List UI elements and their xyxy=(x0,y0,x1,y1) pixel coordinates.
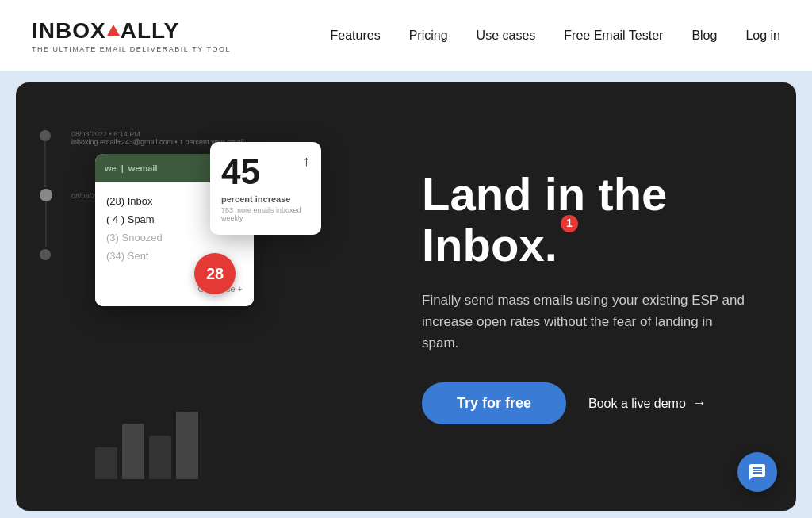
hero-headline: Land in the Inbox. 1 xyxy=(422,169,749,271)
bar-4 xyxy=(176,412,198,479)
book-demo-label: Book a live demo xyxy=(588,397,686,411)
nav-features[interactable]: Features xyxy=(331,29,381,43)
stats-label: percent increase xyxy=(221,194,310,204)
bar-chart xyxy=(95,412,198,479)
arrow-right-icon: → xyxy=(692,395,707,412)
logo-inbox: INBOX xyxy=(32,18,106,44)
try-for-free-button[interactable]: Try for free xyxy=(422,382,566,424)
bar-2 xyxy=(122,424,144,479)
logo-tagline: THE ULTIMATE EMAIL DELIVERABILITY TOOL xyxy=(32,45,231,53)
arrow-up-icon: ↑ xyxy=(303,153,310,170)
logo[interactable]: INBOX ALLY xyxy=(32,18,231,44)
stats-card: ↑ 45 percent increase 783 more emails in… xyxy=(210,142,321,235)
headline-line1: Land in the xyxy=(422,168,667,220)
headline-line2: Inbox. 1 xyxy=(422,220,578,271)
inbox-word: Inbox. xyxy=(422,220,557,271)
hero-right: Land in the Inbox. 1 Finally send mass e… xyxy=(406,137,796,456)
chat-icon xyxy=(748,462,767,482)
email-date-1: 08/03/2022 • 6:14 PM xyxy=(71,130,244,138)
timeline-dot-2 xyxy=(40,189,52,201)
brand-we: we xyxy=(105,163,117,173)
nav-blog[interactable]: Blog xyxy=(691,29,717,43)
logo-ally: ALLY xyxy=(121,18,180,44)
logo-area: INBOX ALLY THE ULTIMATE EMAIL DELIVERABI… xyxy=(32,18,231,53)
nav: Features Pricing Use cases Free Email Te… xyxy=(331,29,780,43)
email-client-brand: we | wemail xyxy=(105,163,157,173)
nav-use-cases[interactable]: Use cases xyxy=(477,29,536,43)
stats-sub: 783 more emails inboxed weekly xyxy=(221,206,310,222)
timeline xyxy=(40,130,52,260)
nav-login[interactable]: Log in xyxy=(745,29,780,43)
nav-pricing[interactable]: Pricing xyxy=(409,29,448,43)
book-demo-button[interactable]: Book a live demo → xyxy=(588,395,707,412)
brand-name: wemail xyxy=(128,163,158,173)
notification-badge: 28 xyxy=(194,253,236,294)
timeline-dot-1 xyxy=(40,130,51,141)
bar-1 xyxy=(95,447,117,479)
logo-arrow-icon xyxy=(107,25,120,36)
hero-left: 08/03/2022 • 6:14 PM inboxing.email+243@… xyxy=(16,82,406,511)
bar-3 xyxy=(149,436,171,479)
header: INBOX ALLY THE ULTIMATE EMAIL DELIVERABI… xyxy=(0,0,812,71)
hero-subtext: Finally send mass emails using your exis… xyxy=(422,290,749,355)
nav-free-email-tester[interactable]: Free Email Tester xyxy=(564,29,663,43)
superscript-badge: 1 xyxy=(561,215,578,232)
stats-number: 45 xyxy=(221,155,310,190)
timeline-dot-3 xyxy=(40,249,51,260)
hero-section: 08/03/2022 • 6:14 PM inboxing.email+243@… xyxy=(16,82,796,511)
brand-separator: | xyxy=(121,163,124,173)
hero-cta: Try for free Book a live demo → xyxy=(422,382,749,424)
chat-widget-button[interactable] xyxy=(737,452,777,492)
